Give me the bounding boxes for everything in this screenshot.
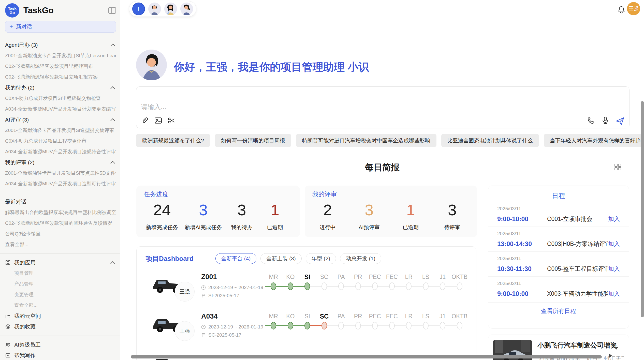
send-icon[interactable] bbox=[616, 116, 624, 125]
project-owner-badge: 王强 bbox=[175, 282, 195, 302]
section-agent-done[interactable]: Agent已办 (3) bbox=[5, 40, 116, 50]
layout-grid-icon[interactable] bbox=[614, 163, 622, 171]
flag-icon bbox=[201, 333, 206, 337]
image-pen-icon bbox=[5, 353, 11, 358]
chevron-up-icon[interactable] bbox=[110, 86, 115, 91]
taskgo-logo: Task Go bbox=[5, 3, 19, 18]
sidebar-collapse-icon[interactable] bbox=[108, 7, 116, 14]
chevron-up-icon[interactable] bbox=[110, 43, 115, 48]
app-item-project-mgmt[interactable]: 项目管理 bbox=[5, 268, 116, 279]
join-link[interactable]: 加入 bbox=[608, 265, 620, 273]
milestone-cell: LS bbox=[417, 312, 434, 335]
attachment-icon[interactable] bbox=[141, 116, 149, 125]
milestone-cell: J1 bbox=[434, 273, 451, 295]
join-link[interactable]: 加入 bbox=[608, 215, 620, 223]
scroll-down-arrow-icon[interactable] bbox=[614, 347, 619, 350]
sidebar-item-ai-staff[interactable]: AI超级员工 bbox=[5, 339, 116, 350]
app-item-product-mgmt[interactable]: 产品管理 bbox=[5, 279, 116, 289]
milestone-cell: PEC bbox=[367, 273, 384, 295]
stat-label: 进行中 bbox=[314, 224, 341, 231]
chat-input[interactable] bbox=[136, 87, 629, 112]
chevron-up-icon[interactable] bbox=[110, 161, 115, 166]
task-item[interactable]: Z001-全新燃油皮卡产品开发项目SI节点Lesson Learn报告 bbox=[5, 50, 116, 61]
filter-powertrain[interactable]: 动总开发 (1) bbox=[340, 253, 381, 264]
suggestion-chip[interactable]: 当下年轻人对汽车外观有怎样的喜好趋势 bbox=[544, 134, 644, 147]
milestone-cell: LR bbox=[400, 273, 417, 295]
stat-value: 3 bbox=[229, 202, 255, 218]
image-icon[interactable] bbox=[154, 116, 162, 125]
recent-chat-item[interactable]: 公司Q3轻卡销量 bbox=[5, 229, 116, 239]
project-name[interactable]: Z001 bbox=[201, 273, 264, 281]
join-link[interactable]: 加入 bbox=[608, 290, 620, 298]
milestone-node bbox=[440, 322, 445, 329]
suggestion-chip[interactable]: 比亚迪全固态电池计划具体说了什么 bbox=[441, 134, 539, 147]
badge-icon bbox=[5, 324, 11, 329]
section-my-todo[interactable]: 我的待办 (2) bbox=[5, 82, 116, 93]
milestone-cell: LR bbox=[400, 312, 417, 335]
new-chat-button[interactable]: + 新对话 bbox=[5, 21, 116, 33]
task-item[interactable]: Z001-全新燃油轻卡产品开发项目SI节点属性5D文件评审 bbox=[5, 168, 116, 178]
task-item[interactable]: Z001-全新燃油轻卡产品开发项目SI造型提交物评审 bbox=[5, 125, 116, 136]
recent-view-all[interactable]: 查看全部... bbox=[5, 239, 116, 250]
schedule-title: 日程 bbox=[488, 191, 629, 200]
stat-label: 新增AI完成任务 bbox=[185, 224, 222, 231]
task-item[interactable]: A034-全新新能源MUV产品开发项目计划变更表编写 bbox=[5, 104, 116, 114]
filter-new-body[interactable]: 全新上装 (3) bbox=[260, 253, 302, 264]
agent-avatar[interactable] bbox=[148, 3, 161, 15]
apps-view-all[interactable]: 查看全部... bbox=[5, 300, 116, 311]
project-name[interactable]: A034 bbox=[201, 312, 264, 320]
task-item[interactable]: C0X4-动力总成开发项目工程变更评审 bbox=[5, 136, 116, 146]
filter-model-year[interactable]: 年型 (2) bbox=[306, 253, 336, 264]
recent-chat-item[interactable]: C02-飞腾新能源轻客改款项目的闭环通告反馈情况 bbox=[5, 218, 116, 229]
add-agent-button[interactable]: + bbox=[132, 3, 145, 15]
milestone-node bbox=[372, 322, 378, 329]
app-item-change-mgmt[interactable]: 变更管理 bbox=[5, 289, 116, 300]
section-ai-review[interactable]: AI评审 (3) bbox=[5, 114, 116, 125]
task-item[interactable]: C02-飞腾新能源轻客改款项目立项汇报方案 bbox=[5, 72, 116, 82]
task-item[interactable]: C0X4-动力总成开发项目SI里程碑提交物检查 bbox=[5, 93, 116, 104]
project-row[interactable]: 王强 A034 2023-12-19 ~ 2026-01-19 SC-2025-… bbox=[137, 311, 476, 351]
write-helper-label: 帮我写作 bbox=[14, 352, 36, 359]
filter-new-platform[interactable]: 全新平台 (4) bbox=[215, 253, 257, 264]
sidebar-item-cloud-space[interactable]: 我的云空间 bbox=[5, 311, 116, 321]
suggestion-chip[interactable]: 特朗普可能对进口汽车增税会对中国车企造成哪些影响 bbox=[296, 134, 436, 147]
milestone-label: PR bbox=[350, 273, 367, 281]
notification-bell-icon[interactable] bbox=[617, 5, 626, 14]
milestone-node bbox=[457, 322, 462, 329]
recent-chat-item[interactable]: 解释最新出台的欧盟报废车法规再生塑料比例被调至15%... bbox=[5, 207, 116, 218]
suggestion-chip[interactable]: 如何写一份清晰的项目周报 bbox=[215, 134, 291, 147]
chevron-up-icon[interactable] bbox=[110, 261, 115, 266]
vertical-scrollbar[interactable] bbox=[641, 101, 644, 317]
sidebar-item-write-helper[interactable]: 帮我写作 bbox=[5, 350, 116, 360]
task-item[interactable]: A034-全新新能源MUV产品开发项目造型可行性评审 bbox=[5, 178, 116, 189]
section-my-review[interactable]: 我的评审 (2) bbox=[5, 157, 116, 168]
horizontal-scrollbar[interactable] bbox=[131, 355, 602, 358]
task-item[interactable]: A034-全新新能源MUV产品开发项目法规符合性评审 bbox=[5, 146, 116, 157]
milestone-label: MR bbox=[265, 312, 282, 321]
section-label: 最近对话 bbox=[5, 198, 26, 205]
join-link[interactable]: 加入 bbox=[608, 240, 620, 248]
milestone-cell: PA bbox=[333, 273, 350, 295]
milestone-node bbox=[457, 282, 462, 290]
user-avatar[interactable]: 王强 bbox=[627, 2, 640, 15]
section-my-apps[interactable]: 我的应用 bbox=[5, 257, 116, 268]
cloud-space-label: 我的云空间 bbox=[14, 312, 41, 320]
suggestion-chip[interactable]: 欧洲新规最近颁布了什么? bbox=[136, 134, 210, 147]
agent-avatar[interactable] bbox=[180, 3, 193, 15]
milestone-cell: SC bbox=[316, 273, 333, 295]
stat-value: 3 bbox=[439, 202, 465, 218]
milestone-label: SI bbox=[299, 273, 316, 281]
project-dates: 2023-12-19 ~ 2026-01-19 bbox=[208, 324, 263, 330]
milestone-node bbox=[372, 282, 378, 290]
scissors-icon[interactable] bbox=[167, 116, 175, 125]
phone-icon[interactable] bbox=[587, 116, 595, 125]
task-item[interactable]: C02-飞腾新能源轻客改款项目里程碑画布 bbox=[5, 61, 116, 72]
view-all-schedule-link[interactable]: 查看所有日程 bbox=[488, 302, 629, 315]
project-row[interactable]: 王强 Z001 2023-12-19 ~ 2027-01-19 SI-2025-… bbox=[137, 272, 476, 311]
agent-avatar[interactable] bbox=[164, 3, 177, 15]
scroll-right-arrow-icon[interactable] bbox=[609, 353, 612, 358]
milestone-cell: OKTB bbox=[451, 273, 468, 295]
mic-icon[interactable] bbox=[601, 116, 609, 125]
sidebar-item-favorites[interactable]: 我的收藏 bbox=[5, 321, 116, 332]
chevron-up-icon[interactable] bbox=[110, 118, 115, 123]
